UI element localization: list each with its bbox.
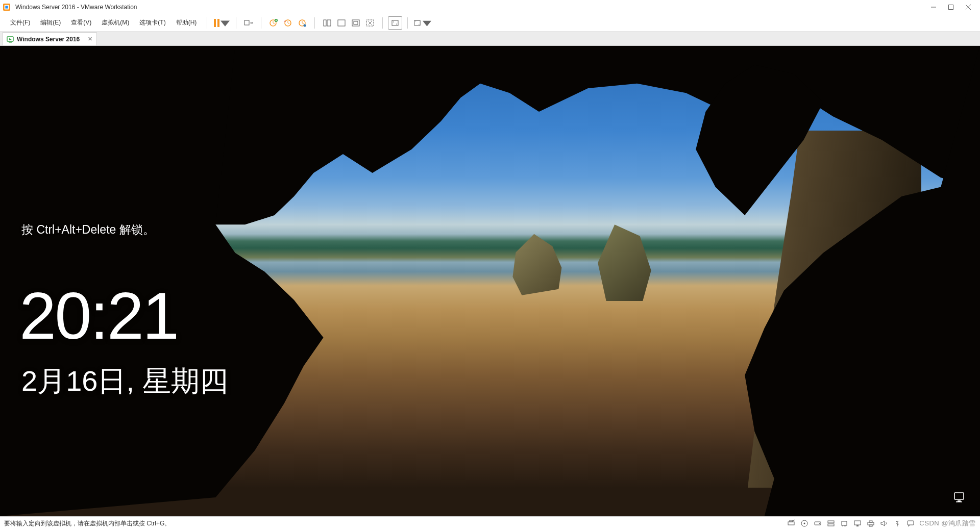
fullscreen-icon (390, 18, 400, 28)
svg-rect-20 (392, 20, 398, 26)
window-close-button[interactable] (960, 2, 977, 13)
toolbar-fullscreen-button[interactable] (388, 16, 402, 30)
separator (207, 17, 207, 29)
svg-marker-22 (423, 20, 431, 26)
menu-file[interactable]: 文件(F) (5, 16, 35, 29)
window-title: Windows Server 2016 - VMware Workstation (15, 4, 137, 11)
separator (407, 17, 408, 29)
toolbar-pause-button[interactable] (212, 16, 231, 30)
svg-rect-16 (338, 20, 345, 26)
toolbar-view-console-button[interactable] (363, 16, 377, 30)
menu-tabs[interactable]: 选项卡(T) (134, 16, 170, 29)
status-cd-icon[interactable] (799, 519, 810, 528)
toolbar-snapshot-revert-button[interactable] (281, 16, 295, 30)
svg-marker-25 (9, 38, 12, 40)
toolbar-view-multi-button[interactable] (334, 16, 349, 30)
svg-rect-44 (908, 521, 914, 525)
vm-tab-icon (7, 36, 14, 43)
svg-marker-43 (881, 521, 885, 526)
svg-rect-36 (828, 524, 834, 526)
status-printer-icon[interactable] (865, 519, 876, 528)
svg-rect-14 (324, 20, 326, 26)
guest-lock-screen[interactable]: 按 Ctrl+Alt+Delete 解锁。 20:21 2月16日, 星期四 (0, 46, 980, 516)
svg-point-34 (819, 523, 820, 524)
svg-point-13 (304, 24, 306, 27)
separator (382, 17, 383, 29)
stretch-icon (413, 18, 422, 28)
single-pane-icon (323, 18, 332, 28)
svg-rect-28 (956, 501, 962, 502)
clock-back-icon (283, 18, 292, 28)
svg-rect-41 (869, 521, 872, 522)
status-audio-icon[interactable] (878, 519, 890, 528)
tab-windows-server-2016[interactable]: Windows Server 2016 ✕ (2, 32, 97, 45)
svg-rect-17 (352, 20, 359, 26)
separator (236, 17, 236, 29)
toolbar-stretch-button[interactable] (413, 16, 431, 30)
network-status-icon[interactable] (953, 492, 967, 505)
console-icon (365, 18, 375, 28)
status-printer-out-icon[interactable] (786, 519, 797, 528)
svg-rect-4 (949, 5, 953, 10)
svg-rect-37 (842, 521, 847, 525)
svg-rect-24 (9, 42, 12, 43)
menu-vm[interactable]: 虚拟机(M) (96, 16, 134, 29)
svg-rect-40 (868, 522, 874, 525)
svg-rect-30 (790, 520, 793, 522)
unity-icon (351, 18, 360, 28)
status-usb-icon[interactable] (892, 519, 903, 528)
svg-rect-18 (354, 21, 358, 24)
dropdown-caret-icon (423, 18, 431, 28)
status-nic-icon[interactable] (839, 519, 850, 528)
menu-edit[interactable]: 编辑(E) (35, 16, 66, 29)
svg-rect-27 (958, 500, 961, 501)
tab-label: Windows Server 2016 (17, 36, 80, 43)
vmware-app-icon (3, 4, 10, 11)
status-hdd2-icon[interactable] (825, 519, 837, 528)
status-hdd-icon[interactable] (812, 519, 823, 528)
menu-view[interactable]: 查看(V) (66, 16, 96, 29)
toolbar-snapshot-take-button[interactable] (266, 16, 281, 30)
clock-manage-icon (298, 18, 307, 28)
svg-rect-35 (828, 521, 834, 523)
svg-rect-8 (244, 20, 249, 25)
svg-rect-29 (788, 522, 794, 525)
svg-point-32 (804, 523, 805, 524)
window-minimize-button[interactable] (925, 2, 942, 13)
lockscreen-time: 20:21 (19, 277, 178, 354)
titlebar: Windows Server 2016 - VMware Workstation (0, 0, 980, 14)
toolbar-view-single-button[interactable] (320, 16, 334, 30)
toolbar-send-cad-button[interactable] (241, 16, 256, 30)
svg-rect-2 (5, 6, 8, 8)
svg-rect-15 (327, 20, 331, 26)
menu-toolbar-row: 文件(F) 编辑(E) 查看(V) 虚拟机(M) 选项卡(T) 帮助(H) (0, 14, 980, 32)
lockscreen-date: 2月16日, 星期四 (21, 362, 228, 401)
pause-icon (214, 19, 219, 27)
unlock-instruction: 按 Ctrl+Alt+Delete 解锁。 (21, 222, 155, 238)
dropdown-caret-icon (220, 18, 230, 28)
toolbar-snapshot-manager-button[interactable] (295, 16, 309, 30)
statusbar-message: 要将输入定向到该虚拟机，请在虚拟机内部单击或按 Ctrl+G。 (4, 519, 170, 528)
tab-strip: Windows Server 2016 ✕ (0, 32, 980, 46)
svg-marker-7 (220, 20, 230, 26)
window-maximize-button[interactable] (942, 2, 960, 13)
single-pane2-icon (337, 18, 346, 28)
svg-rect-38 (854, 521, 861, 525)
statusbar: 要将输入定向到该虚拟机，请在虚拟机内部单击或按 Ctrl+G。 CSDN @鸿爪… (0, 516, 980, 530)
separator (261, 17, 261, 29)
watermark-text: CSDN @鸿爪踏雪 (919, 519, 976, 528)
status-message-icon[interactable] (905, 519, 916, 528)
separator (314, 17, 315, 29)
svg-rect-42 (869, 525, 872, 526)
menu-help[interactable]: 帮助(H) (171, 16, 202, 29)
toolbar-view-unity-button[interactable] (349, 16, 363, 30)
svg-rect-39 (856, 525, 859, 526)
send-keys-icon (244, 18, 253, 28)
svg-rect-26 (954, 493, 964, 499)
clock-add-icon (269, 18, 278, 28)
tab-close-button[interactable]: ✕ (88, 36, 92, 42)
status-display-icon[interactable] (852, 519, 863, 528)
